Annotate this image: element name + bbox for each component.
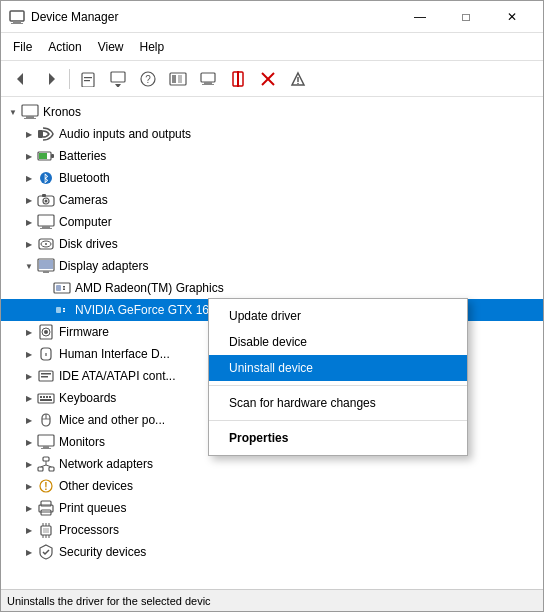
expand-mice[interactable]: ▶: [21, 412, 37, 428]
maximize-button[interactable]: □: [443, 1, 489, 33]
expand-ide[interactable]: ▶: [21, 368, 37, 384]
svg-rect-17: [202, 84, 214, 85]
toolbar-forward[interactable]: [37, 65, 65, 93]
toolbar-remove[interactable]: [254, 65, 282, 93]
expand-display[interactable]: ▼: [21, 258, 37, 274]
tree-monitors-label: Monitors: [59, 435, 105, 449]
svg-point-43: [45, 243, 47, 245]
tree-computer-label: Computer: [59, 215, 112, 229]
title-icon: [9, 9, 25, 25]
expand-hid[interactable]: ▶: [21, 346, 37, 362]
other-icon: !: [37, 477, 55, 495]
svg-rect-0: [10, 11, 24, 21]
audio-icon: [37, 125, 55, 143]
expand-firmware[interactable]: ▶: [21, 324, 37, 340]
expand-computer[interactable]: ▶: [21, 214, 37, 230]
tree-other-label: Other devices: [59, 479, 133, 493]
network-icon: [37, 455, 55, 473]
toolbar-computer[interactable]: [194, 65, 222, 93]
svg-rect-7: [84, 80, 90, 81]
tree-mice-label: Mice and other po...: [59, 413, 165, 427]
expand-security[interactable]: ▶: [21, 544, 37, 560]
minimize-button[interactable]: —: [397, 1, 443, 33]
svg-rect-76: [38, 467, 43, 471]
bluetooth-icon: ᛒ: [37, 169, 55, 187]
svg-rect-50: [63, 289, 65, 291]
svg-rect-63: [38, 394, 54, 403]
tree-firmware-label: Firmware: [59, 325, 109, 339]
ctx-scan-changes[interactable]: Scan for hardware changes: [209, 390, 467, 416]
toolbar-show-hidden[interactable]: [164, 65, 192, 93]
tree-item-audio[interactable]: ▶ Audio inputs and outputs: [1, 123, 543, 145]
menu-view[interactable]: View: [90, 36, 132, 58]
svg-rect-6: [84, 77, 92, 78]
ctx-uninstall-device[interactable]: Uninstall device: [209, 355, 467, 381]
toolbar-sep-1: [69, 69, 70, 89]
toolbar-add[interactable]: [284, 65, 312, 93]
expand-audio[interactable]: ▶: [21, 126, 37, 142]
expand-cameras[interactable]: ▶: [21, 192, 37, 208]
expand-root[interactable]: ▼: [5, 104, 21, 120]
svg-rect-75: [43, 457, 49, 461]
tree-item-bluetooth[interactable]: ▶ ᛒ Bluetooth: [1, 167, 543, 189]
tree-batteries-label: Batteries: [59, 149, 106, 163]
firmware-icon: [37, 323, 55, 341]
security-icon: [37, 543, 55, 561]
svg-rect-39: [42, 226, 50, 228]
expand-bluetooth[interactable]: ▶: [21, 170, 37, 186]
ctx-separator-2: [209, 420, 467, 421]
tree-item-other[interactable]: ▶ ! Other devices: [1, 475, 543, 497]
expand-disk[interactable]: ▶: [21, 236, 37, 252]
ctx-disable-device[interactable]: Disable device: [209, 329, 467, 355]
expand-batteries[interactable]: ▶: [21, 148, 37, 164]
tree-item-print[interactable]: ▶ Print queues: [1, 497, 543, 519]
tree-processors-label: Processors: [59, 523, 119, 537]
expand-processors[interactable]: ▶: [21, 522, 37, 538]
svg-rect-8: [111, 72, 125, 82]
toolbar-properties[interactable]: [74, 65, 102, 93]
menu-action[interactable]: Action: [40, 36, 89, 58]
svg-rect-15: [201, 73, 215, 82]
menu-help[interactable]: Help: [132, 36, 173, 58]
menu-file[interactable]: File: [5, 36, 40, 58]
tree-item-batteries[interactable]: ▶ Batteries: [1, 145, 543, 167]
svg-rect-54: [63, 311, 65, 313]
expand-keyboards[interactable]: ▶: [21, 390, 37, 406]
title-bar: Device Manager — □ ✕: [1, 1, 543, 33]
tree-item-disk[interactable]: ▶ Disk drives: [1, 233, 543, 255]
menu-bar: File Action View Help: [1, 33, 543, 61]
expand-network[interactable]: ▶: [21, 456, 37, 472]
tree-item-processors[interactable]: ▶ Processors: [1, 519, 543, 541]
ctx-properties[interactable]: Properties: [209, 425, 467, 451]
tree-keyboards-label: Keyboards: [59, 391, 116, 405]
close-button[interactable]: ✕: [489, 1, 535, 33]
toolbar-help[interactable]: ?: [134, 65, 162, 93]
svg-marker-3: [17, 73, 23, 85]
svg-rect-26: [26, 116, 34, 118]
svg-point-24: [297, 82, 299, 84]
expand-other[interactable]: ▶: [21, 478, 37, 494]
tree-item-display[interactable]: ▼ Display adapters: [1, 255, 543, 277]
tree-item-amd[interactable]: ▶ AMD Radeon(TM) Graphics: [1, 277, 543, 299]
svg-rect-25: [22, 105, 38, 116]
monitor-icon: [37, 433, 55, 451]
toolbar-update-driver[interactable]: [104, 65, 132, 93]
svg-rect-40: [40, 228, 52, 229]
toolbar-back[interactable]: [7, 65, 35, 93]
computer-icon: [21, 103, 39, 121]
tree-root[interactable]: ▼ Kronos: [1, 101, 543, 123]
svg-rect-31: [51, 154, 54, 158]
svg-rect-38: [38, 215, 54, 226]
tree-item-network[interactable]: ▶ Network adapters: [1, 453, 543, 475]
svg-rect-16: [204, 82, 212, 84]
expand-monitors[interactable]: ▶: [21, 434, 37, 450]
tree-item-computer[interactable]: ▶ Computer: [1, 211, 543, 233]
tree-hid-label: Human Interface D...: [59, 347, 170, 361]
expand-print[interactable]: ▶: [21, 500, 37, 516]
tree-item-cameras[interactable]: ▶ Cameras: [1, 189, 543, 211]
toolbar-scan[interactable]: [224, 65, 252, 93]
tree-item-security[interactable]: ▶ Security devices: [1, 541, 543, 563]
ctx-update-driver[interactable]: Update driver: [209, 303, 467, 329]
battery-icon: [37, 147, 55, 165]
svg-rect-66: [46, 396, 48, 398]
